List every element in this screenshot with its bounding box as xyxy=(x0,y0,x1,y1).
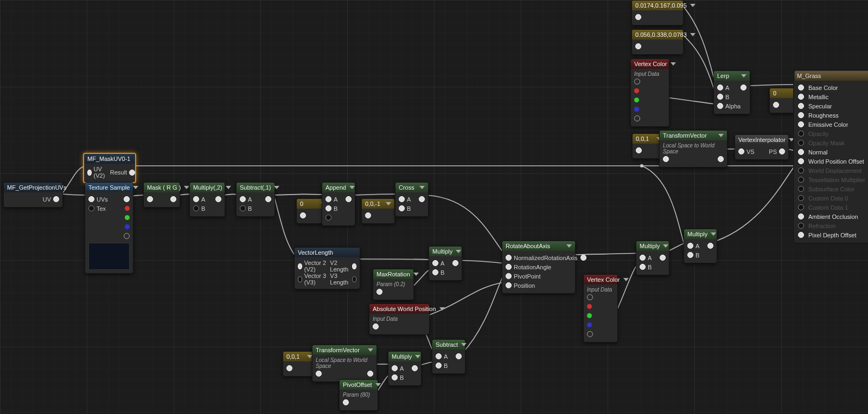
chevron-down-icon[interactable] xyxy=(456,250,461,253)
output-pin[interactable] xyxy=(365,212,371,218)
chevron-down-icon[interactable] xyxy=(375,383,381,386)
node-mask-rg[interactable]: Mask ( R G ) xyxy=(143,182,180,208)
input-pin[interactable] xyxy=(240,205,246,211)
b-channel-pin[interactable] xyxy=(125,224,130,229)
output-pin[interactable] xyxy=(635,14,641,20)
input-pin[interactable] xyxy=(399,196,405,202)
output-pin[interactable] xyxy=(129,170,135,176)
input-pin[interactable] xyxy=(798,214,804,219)
output-pin[interactable] xyxy=(367,371,373,377)
r-channel-pin[interactable] xyxy=(125,206,130,211)
input-pin[interactable] xyxy=(798,158,804,164)
chevron-down-icon[interactable] xyxy=(413,273,419,276)
node-absolute-world-position[interactable]: Absolute World Position Input Data xyxy=(369,303,430,335)
input-pin[interactable] xyxy=(506,255,512,261)
chevron-down-icon[interactable] xyxy=(718,134,724,137)
output-pin[interactable] xyxy=(456,353,462,359)
input-pin[interactable] xyxy=(316,371,322,377)
node-rotate-about-axis[interactable]: RotateAboutAxis NormalizedRotationAxis R… xyxy=(502,241,576,294)
chevron-down-icon[interactable] xyxy=(439,307,445,310)
result-pin[interactable]: Normal xyxy=(798,147,866,157)
input-pin[interactable] xyxy=(392,365,398,371)
input-pin[interactable] xyxy=(687,243,693,249)
output-pin[interactable] xyxy=(124,196,130,202)
chevron-down-icon[interactable] xyxy=(386,202,391,205)
result-pin[interactable]: Emissive Color xyxy=(798,120,866,129)
result-pin[interactable]: Metallic xyxy=(798,92,866,101)
input-pin[interactable] xyxy=(88,196,94,202)
result-pin[interactable]: Ambient Occlusion xyxy=(798,212,866,221)
rgba-pin[interactable] xyxy=(634,79,640,85)
input-pin[interactable] xyxy=(798,232,804,238)
output-pin[interactable] xyxy=(170,196,176,202)
input-pin[interactable] xyxy=(717,85,723,90)
input-pin[interactable] xyxy=(798,94,804,100)
output-pin[interactable] xyxy=(286,365,292,371)
input-pin[interactable] xyxy=(640,255,646,261)
output-pin[interactable] xyxy=(352,276,356,282)
node-append[interactable]: Append A B xyxy=(322,182,355,226)
input-pin[interactable] xyxy=(432,269,438,275)
input-pin[interactable] xyxy=(506,273,512,279)
output-pin[interactable] xyxy=(635,43,641,49)
node-const-001m[interactable]: 0,0,-1 xyxy=(361,198,395,224)
input-pin[interactable] xyxy=(298,276,302,282)
chevron-down-icon[interactable] xyxy=(274,186,279,189)
output-pin[interactable] xyxy=(580,255,586,261)
chevron-down-icon[interactable] xyxy=(368,348,373,352)
chevron-down-icon[interactable] xyxy=(663,244,668,248)
b-pin[interactable] xyxy=(634,107,639,112)
node-multiply-a[interactable]: Multiply A B xyxy=(429,246,462,281)
input-pin[interactable] xyxy=(326,205,331,211)
output-pin[interactable] xyxy=(373,324,379,329)
input-pin[interactable] xyxy=(298,263,302,269)
chevron-down-icon[interactable] xyxy=(133,186,138,189)
node-multiply-c[interactable]: Multiply A B xyxy=(636,241,669,275)
output-pin[interactable] xyxy=(343,399,349,405)
input-pin[interactable] xyxy=(798,149,804,155)
input-pin[interactable] xyxy=(87,170,92,176)
node-multiply-2[interactable]: Multiply(,2) A B xyxy=(189,182,225,217)
input-pin[interactable] xyxy=(506,264,512,270)
result-pin[interactable]: Roughness xyxy=(798,111,866,120)
input-pin[interactable] xyxy=(798,85,804,90)
output-pin[interactable] xyxy=(265,196,271,202)
input-pin[interactable] xyxy=(640,264,646,270)
input-pin[interactable] xyxy=(193,205,199,211)
r-pin[interactable] xyxy=(634,88,639,93)
chevron-down-icon[interactable] xyxy=(419,186,425,189)
output-pin[interactable] xyxy=(419,196,425,202)
chevron-down-icon[interactable] xyxy=(415,355,420,358)
r-pin[interactable] xyxy=(587,304,592,309)
input-pin[interactable] xyxy=(738,148,744,154)
input-pin[interactable] xyxy=(717,103,723,109)
node-get-projection-uvs[interactable]: MF_GetProjectionUVs UV xyxy=(3,182,63,208)
input-pin[interactable] xyxy=(687,252,693,258)
node-const-001b[interactable]: 0,0,1 xyxy=(283,351,316,377)
node-color-a[interactable]: 0.0174,0.167,0.095 xyxy=(631,0,684,25)
output-pin[interactable] xyxy=(779,148,785,154)
input-pin[interactable] xyxy=(798,121,804,127)
node-mask-uv[interactable]: MF_MaskUV0-1 UV (V2) Result xyxy=(83,153,136,183)
node-pivot-offset[interactable]: PivotOffset Param (80) xyxy=(339,379,378,411)
output-pin[interactable] xyxy=(741,85,746,90)
material-result-node[interactable]: M_Grass Base ColorMetallicSpecularRoughn… xyxy=(793,69,868,243)
input-pin[interactable] xyxy=(147,196,153,202)
node-lerp[interactable]: Lerp A B Alpha xyxy=(713,70,750,114)
chevron-down-icon[interactable] xyxy=(711,232,716,236)
input-pin[interactable] xyxy=(717,94,723,100)
output-pin[interactable] xyxy=(376,289,382,295)
output-pin[interactable] xyxy=(300,212,306,218)
input-pin[interactable] xyxy=(798,103,804,109)
chevron-down-icon[interactable] xyxy=(349,186,355,189)
chevron-down-icon[interactable] xyxy=(461,343,467,346)
output-pin[interactable] xyxy=(707,243,713,249)
input-pin[interactable] xyxy=(436,363,442,368)
input-pin[interactable] xyxy=(88,205,94,211)
output-pin[interactable] xyxy=(773,102,779,108)
result-pin[interactable]: Pixel Depth Offset xyxy=(798,230,866,240)
output-pin[interactable] xyxy=(636,147,642,153)
node-max-rotation[interactable]: MaxRotation Param (0.2) xyxy=(373,269,414,300)
chevron-down-icon[interactable] xyxy=(741,74,746,77)
node-vertex-color-2[interactable]: Vertex Color Input Data xyxy=(583,274,618,342)
